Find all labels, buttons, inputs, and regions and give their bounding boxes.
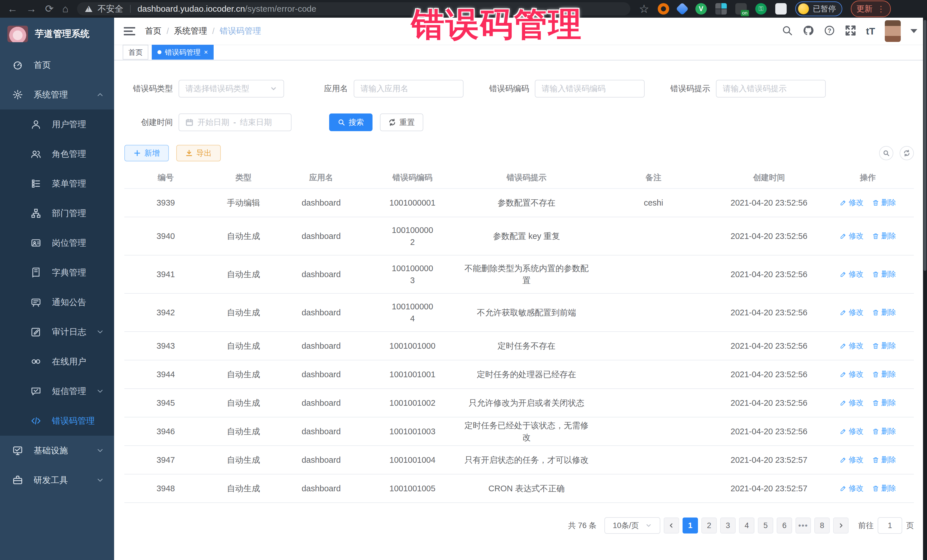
dev-tools-icon [11,474,24,486]
extension-on-icon[interactable] [736,3,747,15]
extension-icon[interactable]: ⚿ [755,3,767,15]
sidebar-item-基础设施[interactable]: 基础设施 [0,436,114,465]
cell-id: 3946 [125,425,207,437]
search-icon[interactable] [781,25,793,37]
sidebar-item-部门管理[interactable]: 部门管理 [0,199,114,228]
extension-icon[interactable] [658,3,669,15]
extension-icon[interactable]: V [695,3,707,15]
edit-link[interactable]: 修改 [840,398,864,408]
prev-page-button[interactable] [664,518,679,533]
sidebar-item-用户管理[interactable]: 用户管理 [0,109,114,139]
fullscreen-icon[interactable] [845,25,856,37]
edit-link[interactable]: 修改 [840,231,864,241]
sidebar-item-审计日志[interactable]: 审计日志 [0,317,114,347]
browser-back-icon[interactable]: ← [8,4,18,14]
sidebar-item-通知公告[interactable]: 通知公告 [0,287,114,317]
sidebar-item-在线用户[interactable]: 在线用户 [0,347,114,376]
chevron-down-icon[interactable] [910,29,917,33]
edit-link[interactable]: 修改 [840,426,864,437]
next-page-button[interactable] [833,518,849,533]
delete-link[interactable]: 删除 [872,483,896,494]
error-hint-input[interactable] [723,84,819,93]
page-scrollbar[interactable] [923,18,927,560]
chevron-down-icon [96,328,104,336]
delete-link[interactable]: 删除 [872,426,896,437]
sidebar-item-研发工具[interactable]: 研发工具 [0,465,114,495]
delete-link[interactable]: 删除 [872,231,896,241]
sidebar-item-角色管理[interactable]: 角色管理 [0,139,114,169]
search-button[interactable]: 搜索 [329,114,372,131]
sidebar-item-字典管理[interactable]: 字典管理 [0,258,114,287]
cell-time: 2021-04-20 23:52:56 [716,307,822,319]
edit-link[interactable]: 修改 [840,307,864,318]
browser-reload-icon[interactable]: ⟳ [45,4,54,14]
tab-首页[interactable]: 首页 [123,45,148,59]
github-icon[interactable] [802,25,814,37]
edit-link[interactable]: 修改 [840,369,864,380]
breadcrumb-item[interactable]: 系统管理 [174,25,207,37]
error-hint-field[interactable] [716,80,826,97]
page-button-6[interactable]: 6 [777,518,792,533]
goto-page-input[interactable] [878,517,902,534]
error-code-input[interactable] [542,84,638,93]
page-button-3[interactable]: 3 [720,518,736,533]
add-button[interactable]: 新增 [125,145,169,161]
page-button-4[interactable]: 4 [739,518,754,533]
delete-link[interactable]: 删除 [872,398,896,408]
user-avatar[interactable] [885,20,901,42]
edit-link[interactable]: 修改 [840,454,864,465]
browser-profile-chip[interactable]: 已暂停 [795,2,842,16]
page-content: 错误码类型 应用名 错误码编码 错误码提示 [114,61,927,560]
edit-link[interactable]: 修改 [840,269,864,280]
browser-home-icon[interactable]: ⌂ [62,4,68,14]
close-icon[interactable]: × [204,48,208,56]
extensions-puzzle-icon[interactable] [775,3,787,15]
sidebar-toggle-icon[interactable] [124,27,135,35]
page-button-5[interactable]: 5 [758,518,773,533]
delete-link[interactable]: 删除 [872,307,896,318]
sidebar-item-首页[interactable]: 首页 [0,50,114,80]
sidebar-item-岗位管理[interactable]: 岗位管理 [0,228,114,258]
error-code-field[interactable] [535,80,644,97]
sidebar-item-错误码管理[interactable]: 错误码管理 [0,406,114,436]
reset-button[interactable]: 重置 [380,114,423,131]
sidebar-item-菜单管理[interactable]: 菜单管理 [0,169,114,199]
delete-link[interactable]: 删除 [872,454,896,465]
browser-update-button[interactable]: 更新 ⋮ [851,1,891,17]
reset-button-label: 重置 [399,117,415,127]
breadcrumb-item[interactable]: 首页 [145,25,161,37]
page-size-select[interactable]: 10条/页 [605,517,660,534]
toggle-search-button[interactable] [879,146,894,160]
create-time-range-picker[interactable]: 开始日期 - 结束日期 [179,114,292,131]
delete-link[interactable]: 删除 [872,369,896,380]
sidebar-item-短信管理[interactable]: 短信管理 [0,376,114,406]
refresh-table-button[interactable] [900,146,914,160]
edit-link[interactable]: 修改 [840,197,864,208]
sidebar-item-系统管理[interactable]: 系统管理 [0,80,114,109]
bookmark-star-icon[interactable]: ☆ [639,2,649,15]
cell-app: dashboard [280,425,363,437]
edit-link[interactable]: 修改 [840,340,864,351]
tab-错误码管理[interactable]: 错误码管理× [152,45,214,59]
more-pages-button[interactable]: ••• [795,518,811,533]
browser-menu-icon[interactable]: ⋮ [877,4,885,14]
page-button-2[interactable]: 2 [701,518,717,533]
app-name-input[interactable] [360,84,457,93]
error-type-select-input[interactable] [185,84,267,93]
delete-link[interactable]: 删除 [872,340,896,351]
error-type-select[interactable] [179,80,284,97]
app-logo-row[interactable]: 芋道管理系统 [0,18,114,50]
extension-icon[interactable] [715,3,727,15]
delete-link[interactable]: 删除 [872,269,896,280]
delete-link[interactable]: 删除 [872,197,896,208]
export-button[interactable]: 导出 [176,145,221,161]
extension-icon[interactable] [676,2,688,15]
scrollbar-thumb[interactable] [924,20,926,271]
app-name-field[interactable] [354,80,464,97]
page-button-1[interactable]: 1 [682,518,698,533]
font-size-icon[interactable]: tT [866,26,875,37]
edit-link[interactable]: 修改 [840,483,864,494]
browser-forward-icon[interactable]: → [26,4,36,14]
page-button-8[interactable]: 8 [815,518,830,533]
help-icon[interactable]: ? [824,25,835,37]
